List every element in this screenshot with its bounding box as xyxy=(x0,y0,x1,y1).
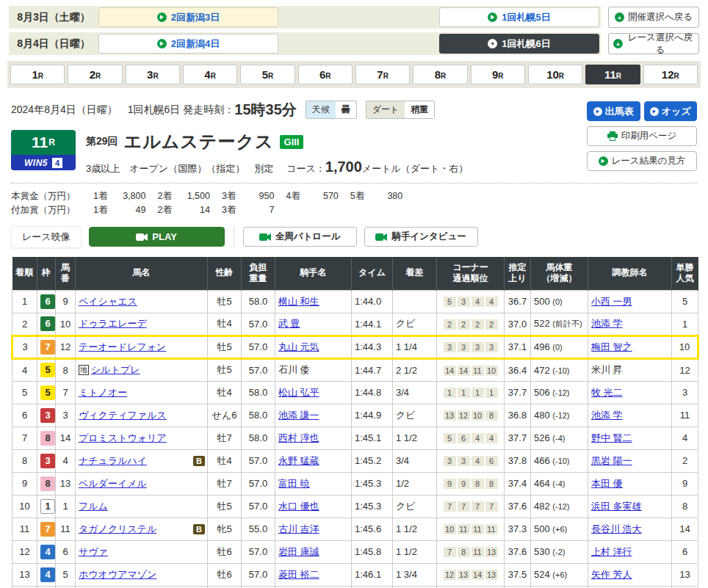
body-weight-diff: (-12) xyxy=(552,411,569,420)
back-button[interactable]: ▲レース選択へ戻る xyxy=(608,33,699,54)
horse-name-link[interactable]: タガノクリステル xyxy=(79,523,156,534)
meeting-button[interactable]: ▶2回新潟3日 xyxy=(98,7,278,27)
body-weight: 522 xyxy=(534,318,552,329)
body-weight-cell: 526 (-4) xyxy=(531,427,588,449)
race-tab-5r[interactable]: 5R xyxy=(240,65,295,84)
main-prize-values: 1着3,8002着1,5003着9504着5705着380 xyxy=(82,189,402,203)
jockey-name-link[interactable]: 武 豊 xyxy=(278,318,300,329)
jockey-name-link[interactable]: 富田 暁 xyxy=(278,478,310,489)
prize-place: 2着 xyxy=(157,191,171,201)
trainer-name-link[interactable]: 矢作 芳人 xyxy=(591,569,632,580)
race-tab-3r[interactable]: 3R xyxy=(126,65,180,84)
trainer-name-link[interactable]: 野中 賢二 xyxy=(591,432,632,443)
trainer-cell: 池添 学 xyxy=(588,404,672,427)
corner-position: 7 xyxy=(472,501,484,512)
arrow-right-icon: ▶ xyxy=(599,156,608,166)
corner-position: 2 xyxy=(444,319,456,330)
race-tab-9r[interactable]: 9R xyxy=(471,65,525,84)
day-nav-row: 8月3日（土曜）▶2回新潟3日▶1回札幌5日▲開催選択へ戻る xyxy=(9,6,699,29)
jockey-name-link[interactable]: 松山 弘平 xyxy=(278,387,319,398)
patrol-video-button[interactable]: 全周パトロール xyxy=(243,227,357,247)
jockey-cell: 石川 倭 xyxy=(275,358,352,381)
horse-name-link[interactable]: ベルダーイメル xyxy=(79,478,147,489)
meeting-button[interactable]: ▶1回札幌5日 xyxy=(439,7,599,27)
last-3f-time: 37.6 xyxy=(505,540,531,563)
trainer-name-link[interactable]: 小西 一男 xyxy=(591,296,632,307)
trainer-name-link[interactable]: 長谷川 浩大 xyxy=(591,523,642,534)
jockey-name-link[interactable]: 岩田 康誠 xyxy=(278,546,319,557)
jockey-cell: 武 豊 xyxy=(275,313,352,335)
entry-table-button[interactable]: ▶ 出馬表 xyxy=(587,101,640,121)
carried-weight: 57.0 xyxy=(242,335,275,358)
jockey-interview-button[interactable]: 騎手インタビュー xyxy=(364,227,478,247)
race-tab-11r[interactable]: 11R xyxy=(585,65,640,84)
race-video-label: レース映像 xyxy=(11,226,82,248)
finish-time: 1:44.7 xyxy=(352,358,393,381)
arrow-right-icon: ▶ xyxy=(157,12,167,22)
course-label: コース： xyxy=(286,162,325,175)
sex-age: 牡4 xyxy=(208,381,242,404)
column-header: 推定 上り xyxy=(505,257,531,291)
horse-name-link[interactable]: ヴィクティファルス xyxy=(79,410,167,421)
jockey-name-link[interactable]: 池添 謙一 xyxy=(278,410,319,421)
meeting-button[interactable]: ▶2回新潟4日 xyxy=(98,34,278,54)
frame-cell: 7 xyxy=(37,335,56,358)
horse-name-link[interactable]: ナチュラルハイ xyxy=(79,455,147,466)
horse-name-link[interactable]: フルム xyxy=(79,501,108,512)
trainer-name-link[interactable]: 本田 優 xyxy=(591,478,623,489)
course-unit: メートル（ダート・右） xyxy=(362,162,469,175)
trainer-name-link[interactable]: 牧 光二 xyxy=(591,387,623,398)
horse-name-link[interactable]: プロミストウォリア xyxy=(79,432,167,443)
horse-name-link[interactable]: サヴァ xyxy=(79,546,108,557)
jockey-name-link[interactable]: 水口 優也 xyxy=(278,501,319,512)
odds-button[interactable]: ▶ オッズ xyxy=(644,101,698,121)
race-tab-4r[interactable]: 4R xyxy=(183,65,237,84)
horse-number: 12 xyxy=(56,335,76,358)
meeting-button[interactable]: ▼1回札幌6日 xyxy=(439,34,599,54)
horse-name-link[interactable]: ホウオウアマゾン xyxy=(79,569,156,580)
race-tab-8r[interactable]: 8R xyxy=(413,65,467,84)
race-tab-12r[interactable]: 12R xyxy=(643,65,698,84)
race-tab-2r[interactable]: 2R xyxy=(68,65,122,84)
print-page-button[interactable]: 印刷用ページ xyxy=(587,126,697,146)
jockey-name-link[interactable]: 横山 和生 xyxy=(278,296,319,307)
race-tab-10r[interactable]: 10R xyxy=(528,65,582,84)
corner-position: 9 xyxy=(458,479,470,489)
trainer-cell: 本田 優 xyxy=(588,472,672,495)
race-tab-6r[interactable]: 6R xyxy=(298,65,353,84)
trainer-name-link[interactable]: 上村 洋行 xyxy=(591,546,632,557)
trainer-name-link[interactable]: 梅田 智之 xyxy=(591,341,632,352)
horse-name-link[interactable]: ミトノオー xyxy=(79,387,127,398)
horse-name-link[interactable]: ドゥラエレーデ xyxy=(79,318,147,329)
trainer-name-link[interactable]: 池添 学 xyxy=(591,410,623,421)
result-row: 1345ホウオウアマゾン牡657.0菱田 裕二1:46.11 3/4121314… xyxy=(12,563,698,586)
trainer-name-link[interactable]: 池添 学 xyxy=(591,318,623,329)
jockey-name-link[interactable]: 菱田 裕二 xyxy=(278,569,319,580)
trainer-name-link[interactable]: 黒岩 陽一 xyxy=(591,455,632,466)
jockey-name-link[interactable]: 古川 吉洋 xyxy=(278,523,319,534)
result-guide-button[interactable]: ▶ レース結果の見方 xyxy=(587,151,697,171)
patrol-video-label: 全周パトロール xyxy=(275,231,341,243)
trainer-cell: 黒岩 陽一 xyxy=(588,449,672,472)
horse-name-link[interactable]: シルトプレ xyxy=(91,364,140,375)
horse-name-link[interactable]: ペイシャエス xyxy=(79,296,137,307)
jockey-name-link[interactable]: 丸山 元気 xyxy=(278,341,319,352)
back-button[interactable]: ▲開催選択へ戻る xyxy=(608,7,699,28)
play-button[interactable]: PLAY xyxy=(89,227,225,247)
horse-number: 4 xyxy=(56,449,76,472)
corner-positions: 3346 xyxy=(437,449,505,472)
corner-position: 4 xyxy=(472,456,484,466)
horse-name-link[interactable]: テーオードレフォン xyxy=(79,341,166,352)
body-weight-diff: (-2) xyxy=(552,548,565,556)
jockey-name-link[interactable]: 西村 淳也 xyxy=(278,432,319,443)
corner-positions: 3333 xyxy=(437,335,505,358)
trainer-name-link[interactable]: 浜田 多実雄 xyxy=(591,501,642,512)
frame-number-badge: 6 xyxy=(40,316,55,331)
race-tab-7r[interactable]: 7R xyxy=(355,65,410,84)
corner-position: 4 xyxy=(485,297,498,307)
jockey-name-link[interactable]: 永野 猛蔵 xyxy=(278,455,319,466)
race-tab-1r[interactable]: 1R xyxy=(10,65,65,84)
win-popularity-rank: 11 xyxy=(672,404,698,427)
finish-position: 10 xyxy=(12,495,37,518)
corner-positions: 5344 xyxy=(437,290,505,313)
